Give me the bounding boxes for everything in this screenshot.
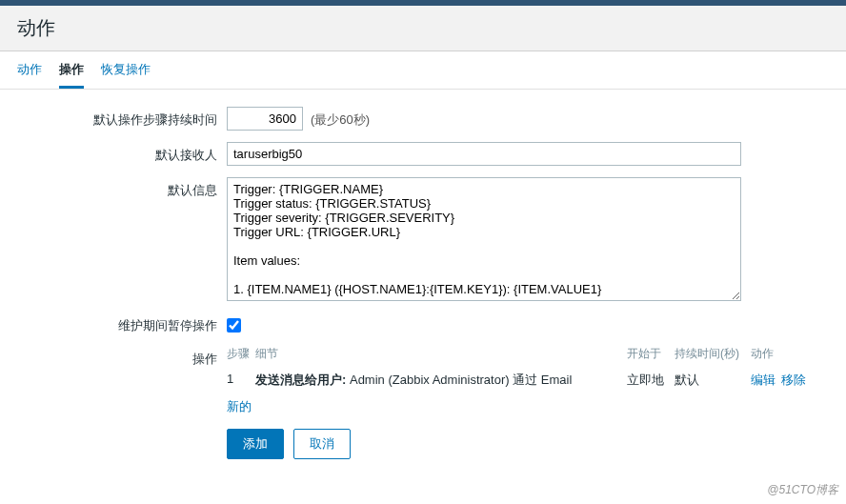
table-row: 1 发送消息给用户: Admin (Zabbix Administrator) …: [227, 366, 808, 394]
col-header-step: 步骤: [227, 346, 255, 362]
label-message: 默认信息: [17, 177, 227, 301]
col-header-start: 开始于: [627, 346, 675, 362]
col-header-detail: 细节: [255, 346, 627, 362]
row-recipient: 默认接收人: [17, 142, 808, 166]
label-recipient: 默认接收人: [17, 142, 227, 166]
operations-table: 步骤 细节 开始于 持续时间(秒) 动作 1 发送消息给用户: Admin (Z…: [227, 346, 808, 459]
form-buttons: 添加 取消: [227, 429, 808, 459]
label-operations: 操作: [17, 346, 227, 459]
tabs: 动作 操作 恢复操作: [0, 51, 846, 90]
cell-start: 立即地: [627, 372, 675, 389]
row-step-duration: 默认操作步骤持续时间 (最少60秒): [17, 107, 808, 131]
col-header-duration: 持续时间(秒): [675, 346, 751, 362]
col-header-action: 动作: [751, 346, 808, 362]
remove-link[interactable]: 移除: [781, 373, 806, 387]
add-button[interactable]: 添加: [227, 429, 284, 459]
watermark: @51CTO博客: [767, 482, 838, 488]
input-step-duration[interactable]: [227, 107, 303, 131]
cell-actions: 编辑移除: [751, 372, 808, 389]
cell-detail-rest: Admin (Zabbix Administrator) 通过 Email: [346, 373, 572, 387]
cell-detail: 发送消息给用户: Admin (Zabbix Administrator) 通过…: [255, 372, 627, 389]
form: 默认操作步骤持续时间 (最少60秒) 默认接收人 默认信息 维护期间暂停操作 操…: [0, 90, 846, 488]
tab-recovery-operations[interactable]: 恢复操作: [101, 61, 151, 89]
label-pause-maintenance: 维护期间暂停操作: [17, 312, 227, 334]
cell-duration: 默认: [675, 372, 751, 389]
new-operation-link[interactable]: 新的: [227, 399, 252, 413]
page-title: 动作: [17, 15, 829, 41]
cell-step: 1: [227, 372, 255, 389]
textarea-message[interactable]: [227, 177, 741, 301]
row-message: 默认信息: [17, 177, 808, 301]
page-header: 动作: [0, 6, 846, 51]
cancel-button[interactable]: 取消: [293, 429, 351, 459]
checkbox-pause-maintenance[interactable]: [227, 318, 241, 333]
operations-header: 步骤 细节 开始于 持续时间(秒) 动作: [227, 346, 808, 366]
label-step-duration: 默认操作步骤持续时间: [17, 107, 227, 131]
cell-detail-bold: 发送消息给用户:: [255, 373, 346, 387]
tab-action[interactable]: 动作: [17, 61, 42, 89]
tab-operations[interactable]: 操作: [59, 61, 84, 89]
hint-step-duration: (最少60秒): [311, 107, 370, 129]
new-operation-row: 新的: [227, 394, 808, 415]
edit-link[interactable]: 编辑: [751, 373, 776, 387]
row-operations: 操作 步骤 细节 开始于 持续时间(秒) 动作 1 发送消息给用户: Admin…: [17, 346, 808, 459]
input-recipient[interactable]: [227, 142, 741, 166]
row-pause-maintenance: 维护期间暂停操作: [17, 312, 808, 334]
